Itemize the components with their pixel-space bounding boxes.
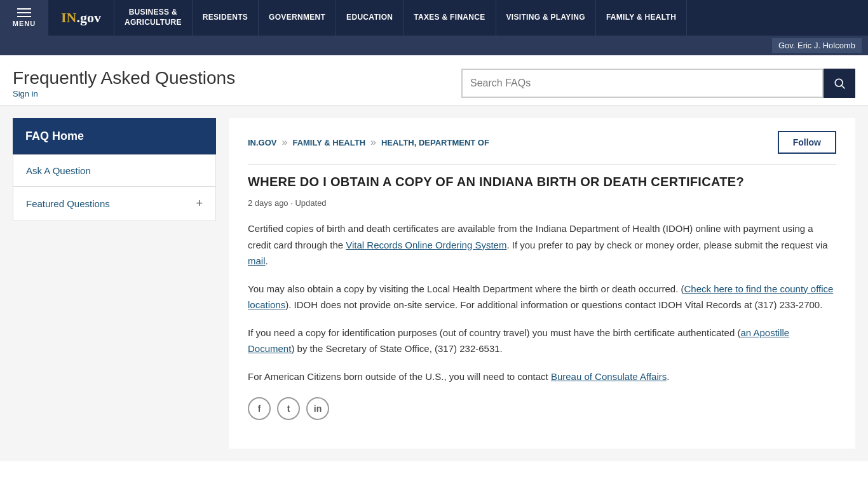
breadcrumb-sep-2: » [370, 137, 376, 148]
content-paragraph-2: You may also obtain a copy by visiting t… [248, 281, 836, 313]
content-paragraph-4: For American Citizens born outside of th… [248, 369, 836, 385]
hamburger-line-2 [17, 12, 31, 13]
p3-after1: ) by the Secretary of State Office, (317… [291, 343, 502, 354]
nav-item-education[interactable]: EDUCATION [336, 0, 403, 36]
p1-after2: . [266, 255, 268, 266]
p4-link1[interactable]: Bureau of Consulate Affairs [551, 371, 667, 382]
expand-icon: + [196, 197, 203, 210]
sidebar: FAQ Home Ask A Question Featured Questio… [13, 118, 216, 449]
header-left: Frequently Asked Questions Sign in [13, 68, 235, 98]
sidebar-ask-label: Ask A Question [26, 165, 91, 176]
main-container: FAQ Home Ask A Question Featured Questio… [0, 105, 868, 461]
nav-item-taxes[interactable]: TAXES & FINANCE [403, 0, 496, 36]
sidebar-featured-label: Featured Questions [26, 198, 110, 209]
search-icon [833, 77, 846, 90]
gov-bar: Gov. Eric J. Holcomb [0, 36, 868, 55]
menu-button[interactable]: MENU [0, 0, 48, 36]
facebook-icon[interactable]: f [248, 397, 271, 420]
follow-button[interactable]: Follow [778, 131, 836, 154]
question-title: WHERE DO I OBTAIN A COPY OF AN INDIANA B… [248, 175, 836, 189]
menu-label: MENU [13, 20, 36, 27]
p4-before: For American Citizens born outside of th… [248, 371, 551, 382]
logo: IN.gov [61, 10, 101, 26]
nav-item-government[interactable]: GOVERNMENT [259, 0, 336, 36]
content-paragraph-1: Certified copies of birth and death cert… [248, 220, 836, 269]
p3-before: If you need a copy for identification pu… [248, 327, 740, 338]
p4-after1: . [667, 371, 669, 382]
p1-link1[interactable]: Vital Records Online Ordering System [346, 240, 506, 250]
hamburger-line-1 [17, 8, 31, 10]
nav-item-business[interactable]: BUSINESS & AGRICULTURE [114, 0, 193, 36]
content-paragraph-3: If you need a copy for identification pu… [248, 325, 836, 357]
breadcrumb: IN.GOV » FAMILY & HEALTH » HEALTH, DEPAR… [248, 131, 836, 165]
svg-point-0 [835, 79, 843, 86]
page-header: Frequently Asked Questions Sign in [0, 55, 868, 105]
search-button[interactable] [824, 69, 855, 98]
linkedin-icon[interactable]: in [306, 397, 329, 420]
nav-item-visiting[interactable]: VISITING & PLAYING [496, 0, 596, 36]
sign-in-link[interactable]: Sign in [13, 89, 38, 98]
p1-link2[interactable]: mail [248, 255, 266, 266]
nav-item-residents[interactable]: RESIDENTS [193, 0, 259, 36]
p1-after1: . If you prefer to pay by check or money… [506, 240, 827, 250]
breadcrumb-health[interactable]: HEALTH, DEPARTMENT OF [381, 138, 489, 147]
sidebar-menu: Ask A Question Featured Questions + [13, 154, 216, 221]
question-meta: 2 days ago · Updated [248, 198, 836, 208]
sidebar-faq-home[interactable]: FAQ Home [13, 118, 216, 154]
social-icons: f t in [248, 397, 836, 420]
logo-in: IN [61, 10, 76, 25]
search-input[interactable] [461, 69, 824, 98]
logo-area: IN.gov [48, 0, 114, 36]
twitter-icon[interactable]: t [277, 397, 300, 420]
breadcrumb-left: IN.GOV » FAMILY & HEALTH » HEALTH, DEPAR… [248, 137, 489, 148]
breadcrumb-family[interactable]: FAMILY & HEALTH [292, 138, 365, 147]
nav-items: BUSINESS & AGRICULTURE RESIDENTS GOVERNM… [114, 0, 868, 36]
page-title: Frequently Asked Questions [13, 68, 235, 88]
sidebar-item-featured[interactable]: Featured Questions + [13, 187, 215, 220]
breadcrumb-ingov[interactable]: IN.GOV [248, 138, 277, 147]
svg-line-1 [842, 86, 845, 89]
hamburger-line-3 [17, 16, 31, 17]
top-nav: MENU IN.gov BUSINESS & AGRICULTURE RESID… [0, 0, 868, 55]
sidebar-item-ask[interactable]: Ask A Question [13, 155, 215, 187]
gov-name: Gov. Eric J. Holcomb [772, 38, 862, 53]
search-area [461, 69, 855, 98]
p2-after1: ). IDOH does not provide on-site service… [285, 299, 822, 310]
nav-item-family[interactable]: FAMILY & HEALTH [596, 0, 687, 36]
p2-before: You may also obtain a copy by visiting t… [248, 283, 684, 294]
content-area: IN.GOV » FAMILY & HEALTH » HEALTH, DEPAR… [229, 118, 855, 449]
breadcrumb-sep-1: » [282, 137, 288, 148]
